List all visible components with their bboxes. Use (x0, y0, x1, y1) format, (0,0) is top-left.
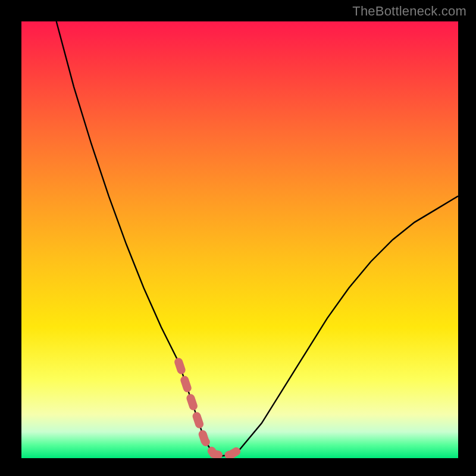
highlight-band (178, 362, 240, 456)
watermark-text: TheBottleneck.com (352, 4, 466, 19)
curve-layer (21, 21, 458, 458)
chart-frame: TheBottleneck.com (0, 0, 476, 476)
bottleneck-curve (57, 21, 458, 456)
plot-area (21, 21, 458, 458)
